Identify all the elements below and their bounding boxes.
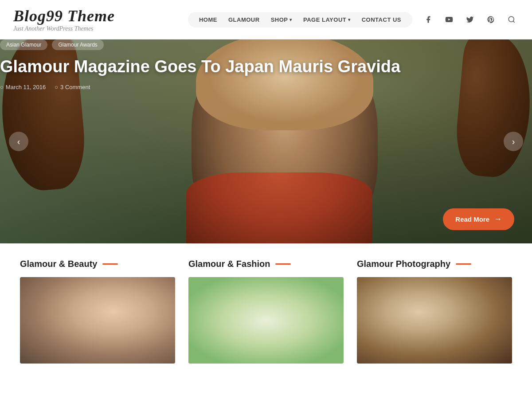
nav-shop[interactable]: SHOP ▾: [271, 16, 292, 23]
shop-dropdown-arrow: ▾: [289, 17, 292, 22]
section-heading-photography: Glamour Photography: [357, 259, 512, 269]
logo[interactable]: Blog99 Theme Just Another WordPress Them…: [13, 7, 115, 32]
hero-comments: ○ 3 Comment: [55, 84, 90, 90]
tag-glamour-awards[interactable]: Glamour Awards: [52, 39, 103, 50]
photography-image-placeholder: [357, 277, 512, 364]
slider-prev-button[interactable]: ‹: [9, 132, 28, 151]
pinterest-icon[interactable]: [484, 12, 498, 27]
fashion-image-placeholder: [188, 277, 344, 364]
nav-glamour[interactable]: GLAMOUR: [228, 16, 260, 23]
comment-icon: ○: [55, 84, 58, 90]
nav-contact[interactable]: CONTACT US: [362, 16, 401, 23]
nav-home[interactable]: HOME: [199, 16, 217, 23]
logo-subtitle: Just Another WordPress Themes: [13, 25, 115, 32]
section-heading-fashion: Glamour & Fashion: [188, 259, 344, 269]
fashion-image[interactable]: [188, 277, 344, 364]
photography-image[interactable]: [357, 277, 512, 364]
hero-slider: ‹ › Asian Glamour Glamour Awards Glamour…: [0, 39, 532, 243]
hero-content: Asian Glamour Glamour Awards Glamour Mag…: [0, 39, 532, 90]
tag-asian-glamour[interactable]: Asian Glamour: [0, 39, 47, 50]
svg-point-1: [509, 16, 514, 22]
slider-next-button[interactable]: ›: [504, 132, 523, 151]
read-more-button[interactable]: Read More →: [443, 208, 514, 230]
hero-tags: Asian Glamour Glamour Awards: [0, 39, 532, 50]
heading-line-photography: [456, 263, 471, 265]
youtube-icon[interactable]: [442, 12, 456, 27]
facebook-icon[interactable]: [421, 12, 435, 27]
site-header: Blog99 Theme Just Another WordPress Them…: [0, 0, 532, 39]
heading-line-fashion: [275, 263, 291, 265]
search-button[interactable]: [505, 12, 519, 27]
nav-page-layout[interactable]: PAGE LAYOUT ▾: [303, 16, 351, 23]
twitter-icon[interactable]: [463, 12, 477, 27]
sections-row: Glamour & Beauty Glamour & Fashion Glamo…: [0, 243, 532, 372]
page-layout-dropdown-arrow: ▾: [348, 17, 351, 22]
heading-line-beauty: [102, 263, 118, 265]
section-photography: Glamour Photography: [350, 259, 519, 364]
beauty-image-placeholder: [20, 277, 175, 364]
social-icons: [421, 12, 519, 27]
section-beauty: Glamour & Beauty: [13, 259, 182, 364]
main-nav: HOME GLAMOUR SHOP ▾ PAGE LAYOUT ▾ CONTAC…: [188, 12, 519, 27]
hero-date: ○ March 11, 2016: [0, 84, 46, 90]
svg-line-2: [513, 21, 514, 22]
hero-title: Glamour Magazine Goes To Japan Mauris Gr…: [0, 57, 532, 77]
logo-title: Blog99 Theme: [13, 7, 115, 25]
section-heading-beauty: Glamour & Beauty: [20, 259, 175, 269]
beauty-image[interactable]: [20, 277, 175, 364]
hero-meta: ○ March 11, 2016 ○ 3 Comment: [0, 84, 532, 90]
section-fashion: Glamour & Fashion: [182, 259, 350, 364]
read-more-arrow: →: [494, 215, 502, 224]
nav-bar: HOME GLAMOUR SHOP ▾ PAGE LAYOUT ▾ CONTAC…: [188, 12, 412, 27]
clock-icon: ○: [0, 84, 4, 90]
